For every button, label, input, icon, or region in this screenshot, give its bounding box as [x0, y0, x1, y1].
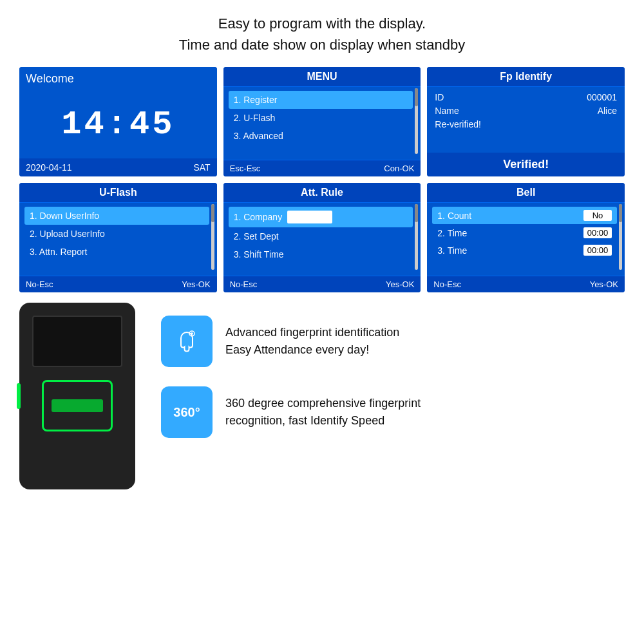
bell-value-1[interactable]: No	[583, 210, 612, 221]
att-input-1[interactable]	[287, 211, 332, 223]
feature-text-1: Advanced fingerprint identification Easy…	[225, 324, 399, 359]
fp-id-label: ID	[435, 92, 444, 102]
bell-item-2[interactable]: 2. Time 00:00	[432, 224, 617, 242]
features-list: Advanced fingerprint identification Easy…	[161, 303, 625, 438]
uflash-footer: No-Esc Yes-OK	[19, 276, 217, 292]
welcome-date: 2020-04-11	[26, 162, 72, 173]
menu-ok[interactable]: Con-OK	[384, 164, 414, 173]
feature-text-2: 360 degree comprehensive fingerprint rec…	[225, 395, 421, 430]
att-scroll-thumb	[415, 204, 418, 222]
att-label-1: 1. Company	[234, 212, 282, 222]
feature-text-1-line2: Easy Attendance every day!	[225, 341, 399, 359]
uflash-scroll-thumb	[211, 204, 214, 222]
fp-reverified-row: Re-verified!	[435, 119, 617, 129]
uflash-scrollbar[interactable]	[211, 204, 214, 270]
bell-scrollbar[interactable]	[619, 204, 622, 270]
menu-title: MENU	[223, 67, 421, 87]
feature-text-2-line2: recognition, fast Identify Speed	[225, 412, 421, 430]
fp-reverified: Re-verified!	[435, 119, 481, 129]
bell-scroll-thumb	[619, 204, 622, 222]
att-ok[interactable]: Yes-OK	[386, 279, 414, 289]
menu-esc[interactable]: Esc-Esc	[230, 164, 261, 173]
header-text: Easy to program with the display. Time a…	[19, 13, 625, 55]
bell-ok[interactable]: Yes-OK	[590, 279, 618, 289]
device-body	[19, 303, 135, 489]
att-body: 1. Company 2. Set Dept 3. Shift Time	[223, 203, 421, 276]
bell-title: Bell	[427, 183, 625, 203]
feature-text-2-line1: 360 degree comprehensive fingerprint	[225, 395, 421, 412]
welcome-screen: Welcome 14:45 2020-04-11 SAT	[19, 67, 217, 176]
uflash-item-3[interactable]: 3. Attn. Report	[24, 243, 209, 261]
att-item-3[interactable]: 3. Shift Time	[229, 245, 413, 263]
bell-body: 1. Count No 2. Time 00:00 3. Time 00:00	[427, 203, 625, 276]
fp-verified: Verified!	[427, 153, 625, 176]
fp-title: Fp Identify	[427, 67, 625, 87]
screens-grid: Welcome 14:45 2020-04-11 SAT MENU 1. Reg…	[19, 67, 625, 292]
att-label-3: 3. Shift Time	[234, 249, 284, 260]
welcome-time: 14:45	[19, 97, 217, 153]
feature-item-1: Advanced fingerprint identification Easy…	[161, 316, 625, 367]
att-scrollbar[interactable]	[415, 204, 418, 270]
menu-scrollbar[interactable]	[415, 88, 418, 154]
page-wrapper: Easy to program with the display. Time a…	[0, 0, 644, 509]
menu-screen: MENU 1. Register 2. U-Flash 3. Advanced …	[223, 67, 421, 176]
menu-footer: Esc-Esc Con-OK	[223, 160, 421, 176]
menu-body: 1. Register 2. U-Flash 3. Advanced	[223, 87, 421, 160]
device-fingerprint-sensor	[42, 380, 113, 431]
fp-screen: Fp Identify ID 000001 Name Alice Re-veri…	[427, 67, 625, 176]
uflash-ok[interactable]: Yes-OK	[182, 279, 210, 289]
360-icon: 360°	[161, 386, 213, 438]
menu-scroll-thumb	[415, 88, 418, 106]
uflash-esc[interactable]: No-Esc	[26, 279, 53, 289]
fp-id-row: ID 000001	[435, 92, 617, 102]
uflash-item-2[interactable]: 2. Upload UserInfo	[24, 225, 209, 243]
uflash-screen: U-Flash 1. Down UserInfo 2. Upload UserI…	[19, 183, 217, 292]
att-label-2: 2. Set Dept	[234, 231, 279, 242]
bell-item-3[interactable]: 3. Time 00:00	[432, 242, 617, 259]
menu-item-2[interactable]: 2. U-Flash	[229, 109, 413, 127]
fp-name-label: Name	[435, 106, 459, 116]
fp-name-value: Alice	[598, 106, 617, 116]
bottom-section: Advanced fingerprint identification Easy…	[19, 303, 625, 496]
fingerprint-touch-icon	[161, 316, 213, 367]
bell-value-3[interactable]: 00:00	[583, 245, 612, 256]
att-item-2[interactable]: 2. Set Dept	[229, 227, 413, 245]
fingerprint-glow	[52, 399, 103, 412]
bell-label-3: 3. Time	[437, 245, 467, 256]
bell-label-2: 2. Time	[437, 228, 467, 238]
bell-item-1[interactable]: 1. Count No	[432, 207, 617, 224]
att-item-1[interactable]: 1. Company	[229, 207, 413, 227]
welcome-title: Welcome	[19, 67, 217, 91]
bell-esc[interactable]: No-Esc	[433, 279, 461, 289]
welcome-day: SAT	[193, 162, 210, 173]
bell-screen: Bell 1. Count No 2. Time 00:00 3. Time 0…	[427, 183, 625, 292]
fp-body: ID 000001 Name Alice Re-verified!	[427, 87, 625, 149]
device-side-light	[17, 383, 21, 409]
device-image	[19, 303, 148, 496]
att-screen: Att. Rule 1. Company 2. Set Dept 3. Shif…	[223, 183, 421, 292]
welcome-date-bar: 2020-04-11 SAT	[19, 158, 217, 176]
device-screen-area	[32, 316, 122, 367]
fp-id-value: 000001	[587, 92, 617, 102]
fp-name-row: Name Alice	[435, 106, 617, 116]
bell-label-1: 1. Count	[437, 211, 471, 221]
att-title: Att. Rule	[223, 183, 421, 203]
bell-value-2[interactable]: 00:00	[583, 227, 612, 238]
att-esc[interactable]: No-Esc	[230, 279, 258, 289]
feature-text-1-line1: Advanced fingerprint identification	[225, 324, 399, 341]
feature-item-2: 360° 360 degree comprehensive fingerprin…	[161, 386, 625, 438]
menu-item-3[interactable]: 3. Advanced	[229, 127, 413, 145]
uflash-title: U-Flash	[19, 183, 217, 203]
uflash-item-1[interactable]: 1. Down UserInfo	[24, 207, 209, 225]
att-footer: No-Esc Yes-OK	[223, 276, 421, 292]
header-line1: Easy to program with the display.	[19, 13, 625, 34]
menu-item-1[interactable]: 1. Register	[229, 91, 413, 109]
header-line2: Time and date show on display when stand…	[19, 34, 625, 55]
bell-footer: No-Esc Yes-OK	[427, 276, 625, 292]
uflash-body: 1. Down UserInfo 2. Upload UserInfo 3. A…	[19, 203, 217, 276]
